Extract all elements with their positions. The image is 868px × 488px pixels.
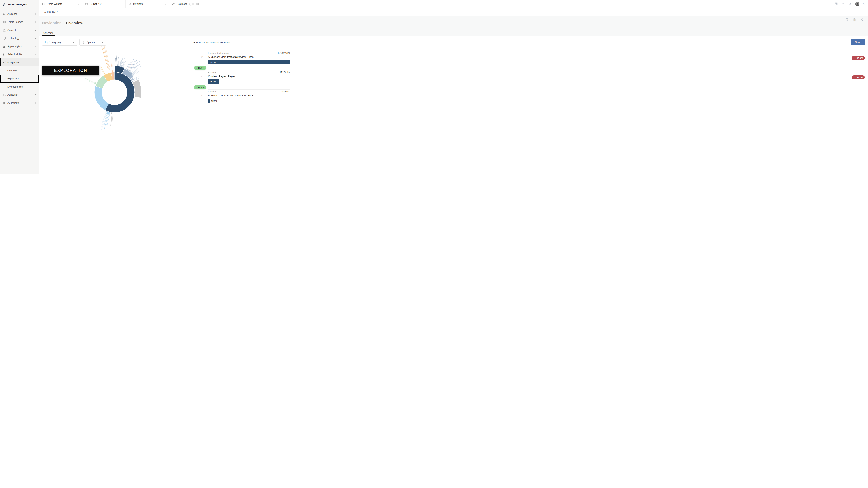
breadcrumb: Navigation › Overview [42, 21, 83, 25]
entry-pages-dropdown-label: Top 5 entry pages [44, 41, 63, 44]
funnel-step-2[interactable]: #2 Explorer 172 Visits Content::Pages::P… [190, 70, 309, 89]
shuffle-icon [3, 21, 6, 24]
sunburst-spike [132, 66, 141, 75]
step-divider [208, 109, 290, 109]
sidebar-item-traffic-sources[interactable]: Traffic Sources [0, 18, 39, 26]
exploration-tooltip-label: EXPLORATION [54, 68, 87, 73]
sidebar-item-content[interactable]: Content [0, 26, 39, 34]
step-name: Content::Pages::Pages [208, 75, 236, 78]
sunburst-chart[interactable] [39, 36, 190, 174]
chevron-down-icon [34, 61, 36, 63]
step-visits: 28 Visits [208, 90, 290, 93]
sidebar-subitem-overview[interactable]: Overview [0, 66, 39, 75]
chevron-down-icon [78, 3, 80, 5]
toggle-knob [189, 3, 192, 5]
chevron-down-icon [121, 3, 123, 5]
sidebar-item-technology[interactable]: Technology [0, 34, 39, 42]
chevron-right-icon [34, 102, 36, 104]
funnel-bar-fill [208, 98, 210, 103]
step-visits: 1,260 Visits [208, 52, 290, 54]
segment-bar: ADD SEGMENT [39, 8, 309, 16]
topbar-spacer [202, 0, 309, 8]
page-title: Overview [66, 21, 83, 25]
app-name: Piano Analytics [8, 3, 28, 6]
topbar: Demo Website 27 Oct 2021 My alerts Eco m… [39, 0, 309, 8]
funnel-step-3[interactable]: #3 Explorer 28 Visits Audience::Main tra… [190, 89, 309, 109]
sidebar-item-audience[interactable]: Audience [0, 10, 39, 18]
funnel-title: Funnel for the selected sequence [193, 41, 231, 44]
sidebar-item-label: Audience [7, 12, 17, 16]
sunburst-spike [130, 62, 137, 72]
sidebar-item-attribution[interactable]: Attribution [0, 91, 39, 99]
sunburst-segment[interactable] [94, 86, 109, 110]
tab-label: Overview [43, 32, 53, 34]
add-segment-button[interactable]: ADD SEGMENT [42, 10, 62, 15]
step-visits: 172 Visits [208, 71, 290, 74]
sidebar-item-navigation[interactable]: Navigation [0, 58, 39, 66]
info-icon[interactable] [196, 3, 199, 5]
sunburst-spike [105, 47, 110, 70]
breadcrumb-parent[interactable]: Navigation [42, 21, 61, 25]
chevron-right-icon [34, 29, 36, 31]
sidebar-item-sales-insights[interactable]: Sales Insights [0, 50, 39, 58]
chevron-down-icon [164, 3, 166, 5]
sidebar-item-av-insights[interactable]: AV Insights [0, 99, 39, 107]
sidebar-item-label: Traffic Sources [7, 21, 23, 24]
sunburst-spike [126, 63, 129, 69]
sidebar-item-label: Navigation [7, 61, 19, 64]
sunburst-spike [101, 66, 104, 73]
sunburst-spike [111, 63, 112, 70]
piano-analytics-logo-icon [3, 2, 6, 6]
exploration-tooltip: EXPLORATION [42, 66, 99, 75]
funnel-steps: #1 Explorer (entry page) 1,260 Visits Au… [190, 51, 309, 109]
date-selector[interactable]: 27 Oct 2021 [82, 0, 126, 8]
sidebar-item-label: App Analytics [7, 45, 22, 48]
funnel-bar: 100 % [208, 60, 290, 64]
eco-mode-group: Eco mode [169, 0, 202, 8]
eco-mode-label: Eco mode [177, 3, 187, 5]
funnel-bar: 2.22 % [208, 98, 290, 103]
sunburst-spike [118, 61, 119, 66]
options-dropdown[interactable]: Options [80, 39, 106, 46]
eco-mode-toggle[interactable] [189, 3, 194, 5]
funnel-bar-label: 100 % [210, 60, 216, 64]
sidebar-subitem-label: Overview [7, 69, 17, 72]
sidebar-item-label: Technology [7, 37, 20, 40]
site-selector[interactable]: Demo Website [39, 0, 82, 8]
calendar-icon [85, 2, 88, 5]
sidebar-subitem-label: My sequences [7, 85, 23, 88]
sunburst-spike [122, 56, 125, 68]
sidebar-nav: Audience Traffic Sources Content [0, 10, 39, 107]
page-header: Navigation › Overview Overview [39, 16, 309, 36]
chevron-right-icon [34, 45, 36, 47]
sidebar-subitem-my-sequences[interactable]: My sequences [0, 83, 39, 91]
sunburst-spike [134, 76, 141, 80]
step-name: Audience::Main traffic::Overview_Sites [208, 94, 254, 97]
step-name: Audience::Main traffic::Overview_Sites [208, 55, 254, 58]
sidebar-item-label: Sales Insights [7, 53, 22, 56]
globe-icon [42, 2, 45, 5]
funnel-panel: Funnel for the selected sequence Save #1… [190, 36, 309, 174]
tab-overview[interactable]: Overview [42, 30, 55, 36]
funnel-bar-label: 2.22 % [211, 98, 217, 103]
app-logo[interactable]: Piano Analytics [0, 0, 39, 9]
funnel-step-1[interactable]: #1 Explorer (entry page) 1,260 Visits Au… [190, 51, 309, 70]
chevron-right-icon [34, 53, 36, 55]
gear-icon [82, 41, 85, 44]
sunburst-segment[interactable] [111, 70, 113, 72]
chevron-right-icon [34, 37, 36, 39]
navigation-arrow-icon [3, 61, 6, 64]
alerts-selector[interactable]: My alerts [126, 0, 169, 8]
sunburst-spike [116, 55, 117, 66]
sidebar-item-app-analytics[interactable]: App Analytics [0, 42, 39, 50]
sunburst-segment[interactable] [111, 112, 113, 114]
step-number: #3 [201, 95, 204, 97]
chevron-down-icon [72, 41, 75, 44]
sunburst-segment[interactable] [104, 73, 105, 75]
alerts-selector-label: My alerts [133, 3, 143, 5]
chart-toolbar: Top 5 entry pages Options [42, 39, 106, 46]
drop-value: 16.3 % [198, 86, 205, 89]
sidebar-item-label: Attribution [7, 93, 18, 96]
sidebar-subitem-exploration[interactable]: Exploration [0, 75, 39, 83]
entry-pages-dropdown[interactable]: Top 5 entry pages [42, 39, 78, 46]
